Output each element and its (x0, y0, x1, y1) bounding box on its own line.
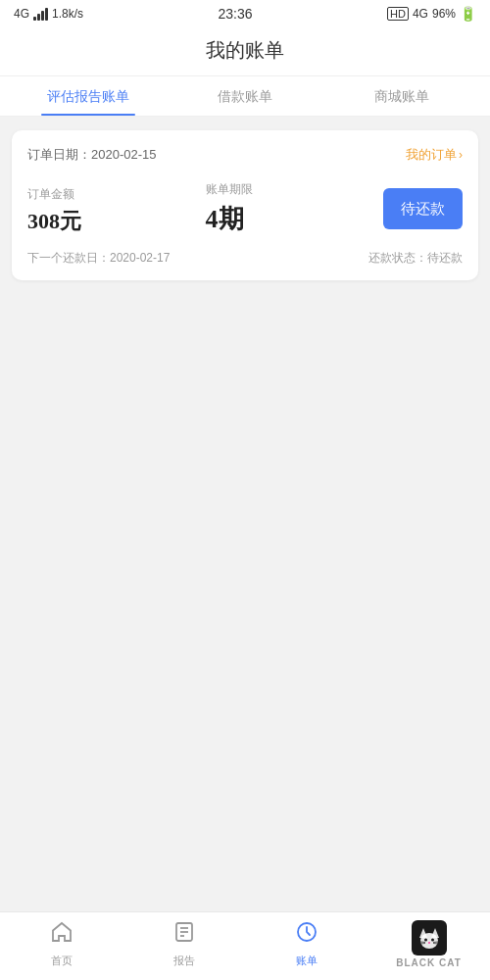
svg-point-8 (424, 939, 427, 942)
tab-loan[interactable]: 借款账单 (167, 76, 323, 116)
svg-point-10 (428, 942, 430, 943)
nav-report-label: 报告 (173, 954, 195, 968)
svg-point-7 (420, 933, 438, 949)
nav-report[interactable]: 报告 (122, 920, 245, 972)
signal-bars (33, 8, 48, 21)
order-date-row: 订单日期：2020-02-15 我的订单 › (27, 146, 463, 164)
nav-blackcat-label: BLACK CAT (396, 957, 462, 968)
hd-label: HD (387, 7, 409, 21)
nav-home-label: 首页 (51, 954, 73, 968)
status-right: HD 4G 96% 🔋 (387, 6, 476, 22)
tab-mall[interactable]: 商城账单 (323, 76, 480, 116)
order-date-label: 订单日期：2020-02-15 (27, 146, 157, 164)
status-time: 23:36 (219, 6, 253, 22)
network-speed: 1.8k/s (52, 7, 83, 21)
bill-card: 订单日期：2020-02-15 我的订单 › 订单金额 308元 账单期限 4期… (12, 130, 478, 280)
svg-point-9 (431, 939, 434, 942)
order-amount-value: 308元 (27, 207, 206, 236)
order-amount-label: 订单金额 (27, 186, 206, 203)
nav-home[interactable]: 首页 (0, 920, 122, 972)
card-footer: 下一个还款日：2020-02-17 还款状态：待还款 (27, 250, 463, 267)
main-content: 订单日期：2020-02-15 我的订单 › 订单金额 308元 账单期限 4期… (0, 117, 490, 294)
repay-periods-col: 账单期限 4期 (206, 181, 384, 236)
network-type: 4G (413, 7, 428, 21)
info-row: 订单金额 308元 账单期限 4期 待还款 (27, 181, 463, 236)
svg-line-11 (420, 942, 425, 943)
bottom-nav: 首页 报告 账单 (0, 911, 490, 980)
battery-level: 96% (432, 7, 456, 21)
chevron-right-icon: › (459, 148, 463, 162)
next-repay-date: 下一个还款日：2020-02-17 (27, 250, 170, 267)
status-bar: 4G 1.8k/s 23:36 HD 4G 96% 🔋 (0, 0, 490, 27)
order-amount-col: 订单金额 308元 (27, 186, 206, 236)
signal-text: 4G (14, 7, 29, 21)
report-icon (172, 920, 196, 950)
status-left: 4G 1.8k/s (14, 7, 83, 21)
repay-button[interactable]: 待还款 (383, 188, 463, 229)
page-title: 我的账单 (0, 27, 490, 76)
blackcat-logo (412, 920, 447, 956)
home-icon (50, 920, 74, 950)
repay-periods-value: 4期 (206, 202, 384, 236)
repay-periods-label: 账单期限 (206, 181, 384, 198)
nav-bill[interactable]: 账单 (245, 920, 368, 972)
tab-evaluation[interactable]: 评估报告账单 (10, 76, 167, 116)
battery-icon: 🔋 (460, 6, 476, 22)
tab-bar: 评估报告账单 借款账单 商城账单 (0, 76, 490, 117)
nav-blackcat[interactable]: BLACK CAT (368, 920, 490, 972)
bill-icon (295, 920, 318, 950)
order-link[interactable]: 我的订单 › (406, 146, 463, 164)
svg-line-12 (420, 944, 425, 945)
nav-bill-label: 账单 (296, 954, 318, 968)
svg-line-13 (433, 942, 438, 943)
svg-line-14 (433, 944, 438, 945)
repay-status: 还款状态：待还款 (368, 250, 463, 267)
